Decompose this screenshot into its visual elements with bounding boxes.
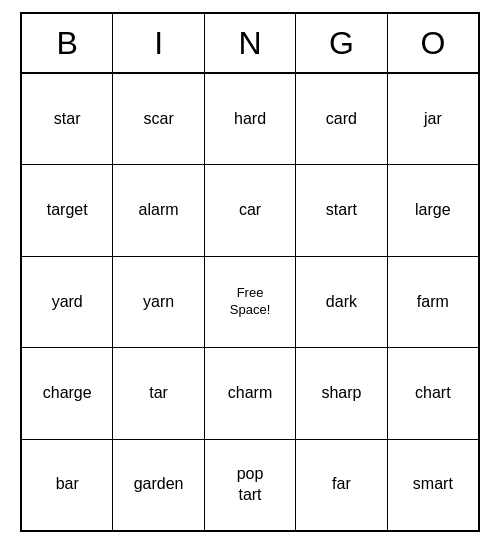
cell-2-1: yarn xyxy=(113,257,204,347)
cell-1-0: target xyxy=(22,165,113,255)
cell-2-0: yard xyxy=(22,257,113,347)
cell-1-4: large xyxy=(388,165,478,255)
cell-3-4: chart xyxy=(388,348,478,438)
bingo-card: B I N G O star scar hard card jar target… xyxy=(20,12,480,532)
cell-4-2-pop-tart: poptart xyxy=(205,440,296,530)
bingo-row: star scar hard card jar xyxy=(22,74,478,165)
cell-1-2: car xyxy=(205,165,296,255)
cell-0-0: star xyxy=(22,74,113,164)
header-o: O xyxy=(388,14,478,74)
bingo-row: charge tar charm sharp chart xyxy=(22,348,478,439)
cell-3-0: charge xyxy=(22,348,113,438)
cell-2-2-free-space: FreeSpace! xyxy=(205,257,296,347)
cell-3-3: sharp xyxy=(296,348,387,438)
cell-4-0: bar xyxy=(22,440,113,530)
header-i: I xyxy=(113,14,204,74)
header-b: B xyxy=(22,14,113,74)
cell-4-3: far xyxy=(296,440,387,530)
cell-1-1: alarm xyxy=(113,165,204,255)
header-n: N xyxy=(205,14,296,74)
bingo-body: star scar hard card jar target alarm car… xyxy=(22,74,478,530)
cell-0-2: hard xyxy=(205,74,296,164)
cell-3-1: tar xyxy=(113,348,204,438)
cell-2-4: farm xyxy=(388,257,478,347)
cell-3-2: charm xyxy=(205,348,296,438)
cell-2-3: dark xyxy=(296,257,387,347)
bingo-row: target alarm car start large xyxy=(22,165,478,256)
header-g: G xyxy=(296,14,387,74)
bingo-header: B I N G O xyxy=(22,14,478,74)
bingo-row: yard yarn FreeSpace! dark farm xyxy=(22,257,478,348)
cell-0-4: jar xyxy=(388,74,478,164)
cell-0-3: card xyxy=(296,74,387,164)
bingo-row: bar garden poptart far smart xyxy=(22,440,478,530)
cell-1-3: start xyxy=(296,165,387,255)
cell-0-1: scar xyxy=(113,74,204,164)
cell-4-1: garden xyxy=(113,440,204,530)
cell-4-4: smart xyxy=(388,440,478,530)
